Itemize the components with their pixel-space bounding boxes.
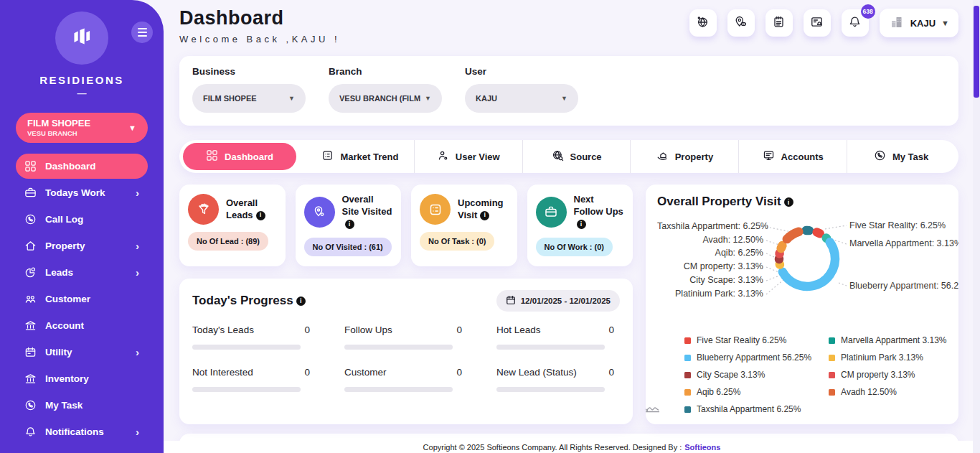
legend-item[interactable]: CM property 3.13% (829, 370, 946, 380)
chart-callout: Taxshila Appartment: 6.25% (657, 221, 763, 231)
user-select[interactable]: KAJU ▼ (465, 84, 578, 113)
main-content: Dashboard Welcome Back ,KAJU ! 6 (164, 0, 980, 453)
business-select[interactable]: FILM SHOPEE ▼ (192, 84, 306, 113)
info-icon[interactable]: i (256, 211, 265, 220)
legend-swatch (829, 372, 835, 378)
vertical-scrollbar[interactable] (973, 0, 980, 453)
legend-item[interactable]: Blueberry Appartment 56.25% (684, 352, 811, 363)
tab-label: Source (570, 151, 602, 162)
legend-item[interactable]: City Scape 3.13% (684, 370, 811, 380)
globe-leads-button[interactable] (689, 9, 717, 37)
chart-callout: Aqib: 6.25% (657, 248, 763, 258)
copyright-text: Copyright © 2025 Softieons Company. All … (423, 443, 682, 452)
chevron-down-icon: ▼ (941, 19, 949, 27)
stat-card-title: Overall Leadsi (226, 197, 277, 222)
sidebar-item-property[interactable]: Property › (16, 233, 148, 258)
sidebar-item-todays-work[interactable]: Todays Work › (16, 180, 148, 205)
legend-swatch (684, 406, 691, 413)
sidebar-item-my-task[interactable]: My Task (16, 393, 148, 418)
date-range-value: 12/01/2025 - 12/01/2025 (521, 296, 611, 305)
info-icon[interactable]: i (784, 197, 793, 207)
info-icon[interactable]: i (577, 220, 586, 229)
hand-house-icon (656, 149, 669, 164)
leads-funnel-icon (188, 194, 219, 225)
building-avatar (889, 14, 905, 32)
user-menu-button[interactable]: KAJU ▼ (880, 9, 958, 37)
chart-callout: CM property: 3.13% (657, 261, 763, 271)
sidebar-item-label: My Task (45, 400, 83, 411)
tab-source[interactable]: Source (523, 140, 631, 173)
softieons-link[interactable]: Softieons (684, 443, 720, 452)
metrics-grid: Today's Leads0 Follow Ups0 Hot Leads0 (192, 324, 620, 392)
stat-card-site-visited: Overall Site Visitedi No Of Visited : (6… (296, 185, 402, 266)
welcome-text: Welcome Back ,KAJU ! (179, 34, 340, 45)
bank-icon (24, 319, 37, 332)
task-phone-icon (874, 149, 886, 164)
sidebar-item-dashboard[interactable]: Dashboard (16, 154, 148, 179)
legend-swatch (684, 355, 691, 361)
tab-user-view[interactable]: User View (415, 140, 523, 173)
sidebar-item-call-log[interactable]: Call Log (16, 207, 148, 232)
task-phone-icon (24, 399, 37, 411)
report-bell-button[interactable] (804, 9, 831, 37)
notifications-button[interactable]: 638 (842, 9, 869, 37)
legend-item[interactable]: Aqib 6.25% (684, 387, 811, 397)
sidebar-item-account[interactable]: Account (16, 313, 148, 338)
header-actions: 638 KAJU ▼ (689, 9, 958, 37)
chart-title: Overall Property Visiti (657, 195, 947, 209)
tab-accounts[interactable]: Accounts (739, 140, 847, 173)
chevron-down-icon: ▼ (561, 95, 567, 102)
brand-block: RESIDIEONS — (0, 0, 164, 98)
sidebar-item-notifications[interactable]: Notifications › (16, 419, 148, 444)
legend-item[interactable]: Five Star Reality 6.25% (684, 335, 811, 345)
notepad-icon (772, 15, 786, 32)
notepad-button[interactable] (765, 9, 793, 37)
tab-label: Dashboard (225, 151, 273, 162)
site-visit-button[interactable] (727, 9, 755, 37)
calendar-icon (24, 346, 37, 358)
stat-badge: No Of Work : (0) (536, 238, 613, 256)
tab-property[interactable]: Property (631, 140, 739, 173)
stat-card-title: Next Follow Upsi (574, 194, 625, 230)
branch-selector[interactable]: FILM SHOPEE VESU BRANCH ▼ (16, 113, 148, 143)
hamburger-menu-button[interactable] (131, 22, 153, 43)
grid-icon (206, 149, 218, 164)
chevron-right-icon: › (136, 240, 139, 252)
panel-title: Today's Progressi (192, 294, 306, 308)
metric-label: Customer (344, 367, 387, 378)
legend-item[interactable]: Taxshila Appartment 6.25% (684, 404, 811, 414)
sidebar-item-inventory[interactable]: Inventory (16, 366, 148, 391)
metric-label: Hot Leads (496, 324, 541, 335)
chevron-down-icon: ▼ (288, 95, 295, 102)
dashboard-tab-bar: Dashboard Market Trend User View Source … (179, 140, 958, 173)
chevron-right-icon: › (136, 266, 139, 279)
sidebar-item-label: Inventory (45, 373, 89, 384)
leads-pie-icon (24, 266, 37, 279)
tab-label: Market Trend (340, 151, 398, 162)
donut-plot[interactable] (764, 215, 850, 302)
tab-label: Accounts (781, 151, 824, 162)
tab-market-trend[interactable]: Market Trend (306, 140, 415, 173)
sidebar-item-utility[interactable]: Utility › (16, 340, 148, 365)
tab-label: User View (456, 151, 500, 162)
progress-bar (496, 345, 605, 350)
sidebar-item-label: Customer (45, 294, 90, 304)
tab-dashboard[interactable]: Dashboard (183, 143, 296, 170)
stat-card-upcoming-visit: Upcoming Visiti No Of Task : (0) (411, 185, 517, 266)
sidebar-item-customer[interactable]: Customer (16, 286, 148, 312)
briefcase-icon (536, 197, 567, 228)
bell-icon (848, 15, 862, 32)
branch-filter: Branch VESU BRANCH (FILM ... ▼ (329, 66, 442, 113)
date-range-picker[interactable]: 12/01/2025 - 12/01/2025 (496, 290, 620, 312)
info-icon[interactable]: i (480, 211, 489, 220)
sidebar-item-leads[interactable]: Leads › (16, 260, 148, 285)
info-icon[interactable]: i (296, 296, 306, 306)
sidebar-item-label: Account (45, 320, 84, 331)
legend-item[interactable]: Avadh 12.50% (829, 387, 946, 397)
scrollbar-thumb[interactable] (974, 6, 979, 98)
info-icon[interactable]: i (345, 220, 354, 229)
tab-my-task[interactable]: My Task (847, 140, 955, 173)
legend-item[interactable]: Marvella Appartment 3.13% (829, 335, 946, 345)
legend-item[interactable]: Platinium Park 3.13% (829, 352, 946, 363)
branch-select[interactable]: VESU BRANCH (FILM ... ▼ (329, 84, 442, 113)
